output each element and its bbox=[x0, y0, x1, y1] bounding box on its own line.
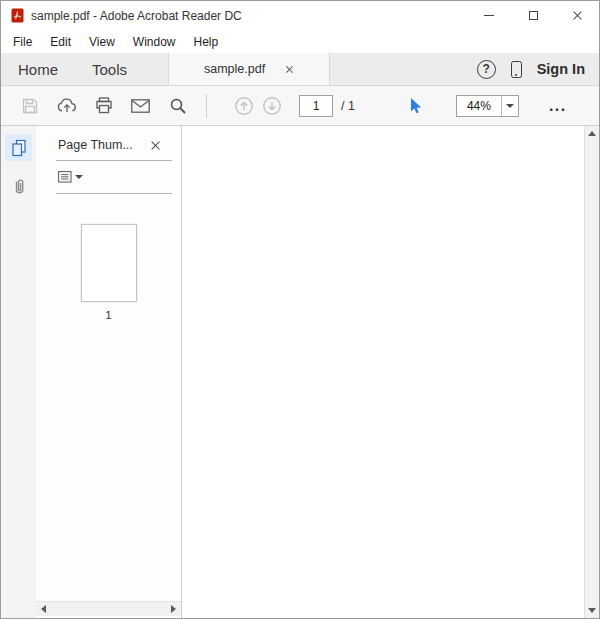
menu-help[interactable]: Help bbox=[185, 35, 228, 49]
cloud-upload-icon bbox=[56, 97, 78, 114]
envelope-icon bbox=[131, 99, 150, 113]
search-button[interactable] bbox=[159, 92, 196, 120]
panel-close-icon[interactable] bbox=[150, 140, 161, 151]
maximize-icon bbox=[529, 11, 538, 20]
close-button[interactable] bbox=[555, 1, 599, 30]
scroll-left-icon[interactable] bbox=[41, 605, 46, 613]
share-cloud-button[interactable] bbox=[48, 92, 85, 120]
panel-title: Page Thum... bbox=[58, 138, 133, 152]
window-controls bbox=[467, 1, 599, 30]
tab-tools[interactable]: Tools bbox=[75, 53, 144, 85]
tab-home[interactable]: Home bbox=[1, 53, 75, 85]
tabbar-right: ? Sign In bbox=[477, 53, 599, 85]
menu-edit[interactable]: Edit bbox=[41, 35, 80, 49]
email-button[interactable] bbox=[122, 92, 159, 120]
print-button[interactable] bbox=[85, 92, 122, 120]
chevron-down-icon bbox=[506, 104, 514, 108]
thumbnail-list: 1 bbox=[36, 224, 181, 321]
panel-options-row bbox=[36, 161, 181, 193]
tab-close-icon[interactable] bbox=[285, 65, 294, 74]
menu-bar: File Edit View Window Help bbox=[1, 30, 599, 53]
menu-view[interactable]: View bbox=[80, 35, 124, 49]
document-area bbox=[182, 126, 599, 618]
minimize-button[interactable] bbox=[467, 1, 511, 30]
close-icon bbox=[572, 10, 583, 21]
arrow-up-circle-icon bbox=[234, 96, 254, 116]
minimize-icon bbox=[484, 15, 494, 17]
printer-icon bbox=[95, 97, 113, 114]
save-icon bbox=[21, 97, 39, 115]
attachments-panel-button[interactable] bbox=[5, 172, 32, 199]
scroll-right-icon[interactable] bbox=[171, 605, 176, 613]
thumbnails-panel: Page Thum... 1 bbox=[36, 126, 182, 618]
panel-divider bbox=[56, 193, 172, 194]
selection-tool-button[interactable] bbox=[397, 92, 434, 120]
thumbnail-options-button[interactable] bbox=[58, 171, 83, 183]
zoom-value: 44% bbox=[457, 96, 501, 116]
zoom-dropdown-button[interactable] bbox=[501, 96, 518, 116]
page-thumbnails-panel-button[interactable] bbox=[5, 134, 32, 161]
page-thumbnails-icon bbox=[10, 139, 28, 157]
toolbar: / 1 44% ... bbox=[1, 86, 599, 126]
page-thumbnail[interactable] bbox=[81, 224, 137, 302]
page-nav-group bbox=[231, 92, 285, 120]
menu-window[interactable]: Window bbox=[124, 35, 185, 49]
acrobat-window: sample.pdf - Adobe Acrobat Reader DC Fil… bbox=[0, 0, 600, 619]
tab-document-label: sample.pdf bbox=[204, 62, 265, 76]
window-title: sample.pdf - Adobe Acrobat Reader DC bbox=[31, 9, 467, 23]
tab-document[interactable]: sample.pdf bbox=[168, 53, 330, 85]
titlebar: sample.pdf - Adobe Acrobat Reader DC bbox=[1, 1, 599, 30]
next-page-button[interactable] bbox=[259, 92, 285, 120]
save-button[interactable] bbox=[11, 92, 48, 120]
options-list-icon bbox=[58, 171, 72, 183]
page-total-label: / 1 bbox=[341, 99, 355, 113]
scroll-up-icon[interactable] bbox=[588, 131, 596, 136]
panel-header: Page Thum... bbox=[36, 126, 181, 160]
sign-in-button[interactable]: Sign In bbox=[537, 61, 585, 77]
maximize-button[interactable] bbox=[511, 1, 555, 30]
panel-horizontal-scrollbar[interactable] bbox=[36, 601, 181, 616]
tab-bar: Home Tools sample.pdf ? Sign In bbox=[1, 53, 599, 86]
cursor-pointer-icon bbox=[407, 97, 423, 115]
navigation-pane-strip bbox=[1, 126, 36, 618]
help-icon[interactable]: ? bbox=[477, 60, 496, 79]
paperclip-icon bbox=[11, 177, 27, 195]
pdf-file-icon bbox=[11, 8, 24, 23]
scroll-down-icon[interactable] bbox=[588, 608, 596, 613]
more-tools-button[interactable]: ... bbox=[549, 101, 567, 111]
search-icon bbox=[169, 97, 187, 115]
toolbar-divider bbox=[206, 94, 207, 118]
vertical-scrollbar[interactable] bbox=[584, 126, 599, 618]
page-number-input[interactable] bbox=[299, 95, 333, 117]
chevron-down-icon bbox=[75, 175, 83, 179]
menu-file[interactable]: File bbox=[4, 35, 41, 49]
arrow-down-circle-icon bbox=[262, 96, 282, 116]
previous-page-button[interactable] bbox=[231, 92, 257, 120]
page-thumbnail-label: 1 bbox=[36, 309, 181, 321]
zoom-select[interactable]: 44% bbox=[456, 95, 519, 117]
content-area: Page Thum... 1 bbox=[1, 126, 599, 618]
mobile-device-icon[interactable] bbox=[511, 61, 522, 78]
